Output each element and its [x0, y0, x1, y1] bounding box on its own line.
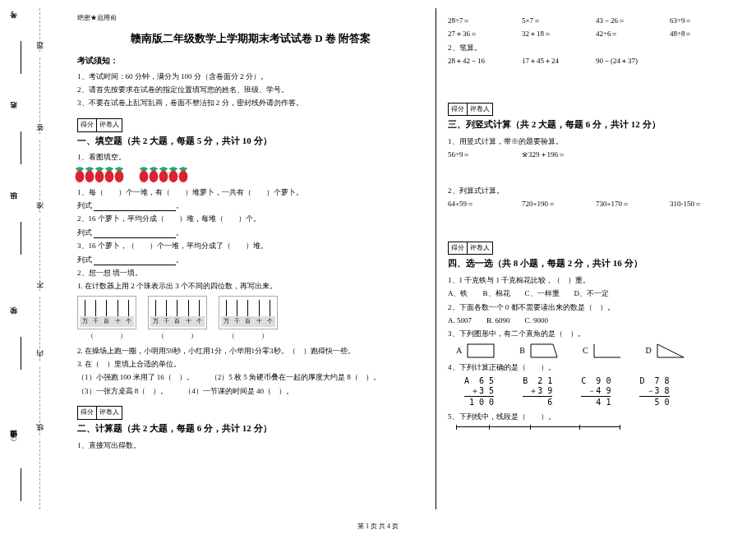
q1-line2: 2、16 个萝卜，平均分成（ ）堆，每堆（ ）个。	[77, 213, 424, 224]
binding-margin: 考号 姓名 班级 学校 乡镇（街道） 题 答 准 不 内 线	[0, 8, 66, 509]
seal-marker: 不	[35, 292, 45, 295]
mental-arith-row1: 28÷7＝ 5×7＝ 43－26＝ 63÷9＝	[448, 15, 728, 26]
q1-lieshi2: 列式 。	[77, 227, 424, 238]
seal-marker: 准	[35, 214, 45, 217]
opt-label: C	[583, 344, 588, 357]
shape-option-a: A	[456, 343, 495, 358]
svg-marker-21	[531, 344, 557, 357]
seal-marker: 内	[35, 361, 45, 365]
page-footer: 第 1 页 共 4 页	[0, 522, 756, 531]
shape-option-b: B	[519, 343, 558, 358]
score-box: 得分 评卷人	[448, 103, 493, 117]
sec2-q1-head: 1、直接写出得数。	[77, 440, 424, 451]
svg-point-19	[179, 170, 188, 182]
seal-marker: 线	[35, 435, 45, 439]
q1-lieshi: 列式 。	[77, 200, 424, 211]
list-calc-row: 64+59＝ 720+190＝ 730+170＝ 310-150＝	[448, 198, 728, 209]
arith-item: 28÷7＝	[448, 15, 505, 26]
unit-fill-row: （3）一张方桌高 8（ ）。 （4）一节课的时间是 40（ ）。	[77, 385, 424, 397]
counters: 万千百十个 （ ） 万千百十个 （ ） 万千百十个	[77, 296, 424, 342]
column-right: 28÷7＝ 5×7＝ 43－26＝ 63÷9＝ 27＋36＝ 32＋18＝ 42…	[436, 8, 740, 509]
q2-sub1: 1. 在计数器上用 2 个珠表示出 3 个不同的四位数，再写出来。	[77, 280, 424, 292]
svg-rect-20	[468, 344, 494, 357]
vertical-calc-row: 56÷9＝ ※329＋196＝	[448, 149, 728, 160]
confidential-mark: 绝密★启用前	[77, 13, 424, 24]
score-cell-marker: 评卷人	[97, 119, 122, 131]
q2-sub3: 3. 在（ ）里填上合适的单位。	[77, 358, 424, 370]
unit-item: （4）一节课的时间是 40（ ）。	[184, 385, 293, 397]
section4-title: 四、选一选（共 8 小题，每题 2 分，共计 16 分）	[448, 258, 643, 268]
q1-lieshi3: 列式 。	[77, 254, 424, 265]
sec4-q2: 2、下面各数一个 0 都不需要读出来的数是（ ）。	[448, 302, 728, 313]
q1-line3: 3、16 个萝卜，（ ）个一堆，平均分成了（ ）堆。	[77, 240, 424, 251]
arith-item: 17＋45＋24	[522, 55, 579, 67]
counter-frame: 万千百十个 （ ）	[77, 296, 136, 342]
unit-item: （1）小强跑 100 米用了 16（ ）。	[77, 371, 194, 383]
notice-heading: 考试须知：	[77, 54, 424, 67]
notice-item: 3、不要在试卷上乱写乱画，卷面不整洁扣 2 分，密封线外请勿作答。	[77, 97, 424, 108]
seal-marker: 答	[35, 136, 45, 139]
q1-head: 1、看图填空。	[77, 151, 424, 163]
exam-page: 考号 姓名 班级 学校 乡镇（街道） 题 答 准 不 内 线 绝密★启用前 赣南…	[0, 0, 756, 509]
vertical-arith-options: A 6 5 ＋3 5 1 0 0 B 2 1 ＋3 9 6 C 9 0 －4 9…	[464, 376, 728, 407]
column-left: 绝密★启用前 赣南版二年级数学上学期期末考试试卷 D 卷 附答案 考试须知： 1…	[66, 8, 436, 509]
score-box: 得分 评卷人	[77, 118, 122, 132]
sec4-q3: 3、下列图形中，有二个直角的是（ ）。	[448, 328, 728, 339]
arith-item: 28＋42－16	[448, 55, 505, 67]
angle-icon	[593, 343, 621, 358]
arith-item: 310-150＝	[670, 198, 727, 209]
notice-item: 1、考试时间：60 分钟，满分为 100 分（含卷面分 2 分）。	[77, 71, 424, 82]
counter-paren: （ ）	[77, 331, 136, 342]
opt-label: B	[519, 344, 525, 357]
counter-paren: （ ）	[148, 331, 207, 342]
opt-label: D	[646, 344, 652, 357]
counter-frame: 万千百十个 （ ）	[219, 296, 278, 342]
unit-item: （3）一张方桌高 8（ ）。	[77, 385, 168, 397]
written-arith-row: 28＋42－16 17＋45＋24 90－(24＋37)	[448, 55, 728, 67]
right-triangle-icon	[657, 343, 685, 358]
arith-item: 48÷8＝	[670, 28, 727, 39]
sec4-q1-opts: A、铁 B、棉花 C、一样重 D、不一定	[448, 288, 728, 299]
notice-item: 2、请首先按要求在试卷的指定位置填写您的姓名、班级、学号。	[77, 84, 424, 95]
sec3-q2-head: 2、列算式计算。	[448, 185, 728, 196]
q2-head: 2、想一想 填一填。	[77, 267, 424, 279]
shape-option-d: D	[646, 343, 685, 358]
arith-item: 63÷9＝	[670, 15, 727, 26]
shape-option-c: C	[583, 343, 621, 358]
shapes-row: A B C D	[456, 343, 728, 358]
arith-option-c: C 9 0 －4 9 4 1	[581, 376, 611, 407]
section2-title: 二、计算题（共 2 大题，每题 6 分，共计 12 分）	[77, 423, 272, 433]
unit-item: （2）5 枚 5 角硬币叠在一起的厚度大约是 8（ ）。	[210, 371, 380, 383]
carrot-bunch	[77, 167, 127, 183]
sealing-line	[39, 8, 40, 509]
arith-item: 5×7＝	[522, 15, 579, 26]
arith-item: 27＋36＝	[448, 28, 505, 39]
section3-title: 三、列竖式计算（共 2 大题，每题 6 分，共计 12 分）	[448, 119, 661, 129]
score-cell-score: 得分	[449, 104, 468, 116]
line-segment-diagram	[456, 426, 620, 443]
arith-option-d: D 7 8 －3 8 5 0	[639, 376, 669, 407]
arith-option-b: B 2 1 ＋3 9 6	[523, 376, 552, 407]
score-cell-score: 得分	[78, 119, 97, 131]
arith-item: 730+170＝	[596, 198, 653, 209]
score-cell-score: 得分	[78, 407, 97, 419]
arith-item: 64+59＝	[448, 198, 505, 209]
content-area: 绝密★启用前 赣南版二年级数学上学期期末考试试卷 D 卷 附答案 考试须知： 1…	[66, 8, 740, 509]
arith-item: ※329＋196＝	[522, 149, 579, 160]
arith-item: 720+190＝	[522, 198, 579, 209]
arith-item: 90－(24＋37)	[596, 55, 653, 67]
arith-item: 32＋18＝	[522, 28, 579, 39]
counter-frame: 万千百十个 （ ）	[148, 296, 207, 342]
score-cell-score: 得分	[449, 242, 468, 255]
svg-point-9	[115, 170, 124, 182]
sec3-q1-head: 1、用竖式计算，带※的题要验算。	[448, 136, 728, 147]
score-cell-marker: 评卷人	[468, 242, 492, 255]
trapezoid-icon	[530, 343, 558, 358]
rectangle-icon	[467, 343, 495, 358]
opt-label: A	[456, 344, 462, 357]
arith-item: 42÷6＝	[596, 28, 653, 39]
score-box: 得分 评卷人	[448, 242, 493, 255]
carrot-bunch	[141, 167, 191, 183]
arith-item: 43－26＝	[596, 15, 653, 26]
q2-sub2: 2. 在操场上跑一圈，小明用59秒，小红用1分，小华用1分零3秒。（ ）跑得快一…	[77, 345, 424, 357]
